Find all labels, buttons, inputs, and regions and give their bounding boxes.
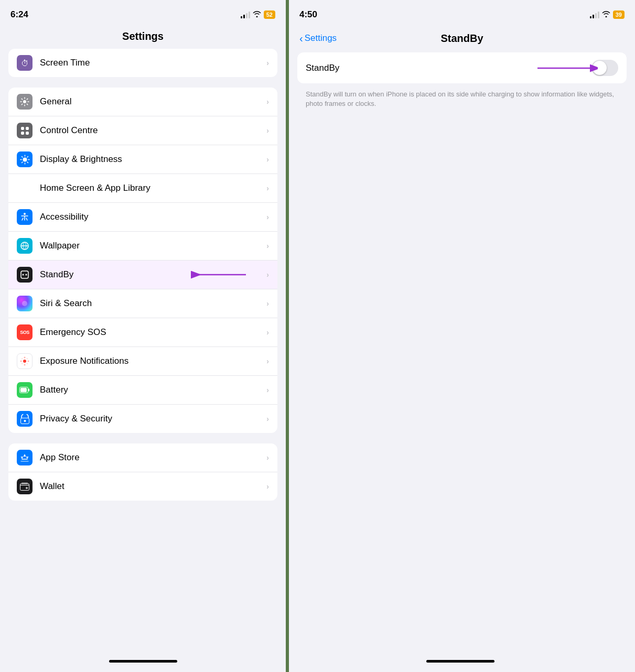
siri-icon	[17, 296, 33, 311]
display-icon	[17, 151, 33, 167]
back-label: Settings	[305, 33, 337, 44]
right-home-indicator	[426, 660, 494, 663]
wallet-label: Wallet	[40, 481, 266, 492]
svg-point-21	[23, 360, 26, 363]
right-signal-icon	[590, 12, 599, 18]
svg-rect-16	[21, 271, 28, 278]
accessibility-label: Accessibility	[40, 212, 266, 222]
wallet-icon	[17, 479, 33, 494]
svg-rect-32	[20, 388, 27, 392]
right-status-icons: 39	[590, 10, 625, 19]
left-time: 6:24	[10, 9, 28, 20]
svg-point-5	[23, 157, 27, 161]
standby-content: StandBy StandBy will turn on when iPhone…	[289, 52, 635, 115]
svg-rect-35	[20, 484, 29, 491]
left-panel: 6:24 52 Settings	[0, 0, 286, 672]
right-wifi-icon	[602, 10, 610, 19]
settings-row-siri[interactable]: Siri & Search ›	[8, 289, 277, 318]
settings-row-battery[interactable]: Battery ›	[8, 376, 277, 405]
standby-toggle-row: StandBy	[297, 52, 627, 83]
left-status-icons: 52	[241, 10, 275, 19]
left-battery-badge: 52	[264, 10, 275, 19]
svg-point-29	[27, 363, 28, 364]
settings-row-screen-time[interactable]: ⏱ Screen Time ›	[8, 49, 277, 77]
wallpaper-chevron: ›	[266, 242, 269, 250]
standby-toggle-group: StandBy	[297, 52, 627, 83]
general-icon	[17, 94, 33, 110]
siri-label: Siri & Search	[40, 298, 266, 309]
svg-rect-3	[21, 132, 24, 135]
settings-row-wallet[interactable]: Wallet ›	[8, 472, 277, 501]
screen-time-label: Screen Time	[40, 58, 266, 68]
settings-row-appstore[interactable]: App Store ›	[8, 443, 277, 472]
display-chevron: ›	[266, 155, 269, 164]
settings-list: ⏱ Screen Time › General ›	[0, 49, 286, 672]
svg-point-34	[24, 420, 26, 422]
svg-line-11	[27, 162, 28, 163]
screen-time-chevron: ›	[266, 59, 269, 67]
svg-line-13	[21, 162, 23, 163]
settings-row-accessibility[interactable]: Accessibility ›	[8, 203, 277, 232]
settings-row-general[interactable]: General ›	[8, 88, 277, 116]
settings-group-3: App Store › Wallet ›	[8, 443, 277, 501]
svg-point-18	[26, 274, 27, 276]
exposure-chevron: ›	[266, 357, 269, 365]
emergency-chevron: ›	[266, 328, 269, 337]
settings-group-1: ⏱ Screen Time ›	[8, 49, 277, 77]
settings-row-privacy[interactable]: Privacy & Security ›	[8, 405, 277, 433]
toggle-knob	[593, 61, 607, 75]
emergency-icon: SOS	[17, 324, 33, 340]
svg-rect-2	[26, 127, 29, 130]
svg-line-12	[27, 156, 28, 157]
standby-label: StandBy	[40, 269, 266, 280]
svg-point-14	[24, 213, 26, 215]
svg-point-37	[26, 487, 28, 489]
battery-chevron: ›	[266, 386, 269, 394]
settings-row-emergency[interactable]: SOS Emergency SOS ›	[8, 318, 277, 347]
right-arrow-annotation	[535, 60, 598, 76]
settings-row-wallpaper[interactable]: Wallpaper ›	[8, 232, 277, 261]
exposure-icon	[17, 353, 33, 369]
right-panel: 4:50 39 ‹ Settings StandBy	[289, 0, 635, 672]
right-status-bar: 4:50 39	[289, 0, 635, 26]
siri-chevron: ›	[266, 299, 269, 308]
svg-point-22	[24, 357, 26, 359]
standby-icon	[17, 267, 33, 283]
left-title-bar: Settings	[0, 26, 286, 49]
svg-point-24	[20, 361, 22, 362]
svg-point-25	[28, 361, 29, 362]
settings-row-control-centre[interactable]: Control Centre ›	[8, 116, 277, 145]
accessibility-icon	[17, 209, 33, 225]
accessibility-chevron: ›	[266, 213, 269, 221]
settings-row-display[interactable]: Display & Brightness ›	[8, 145, 277, 174]
appstore-chevron: ›	[266, 453, 269, 462]
screen-time-icon: ⏱	[17, 55, 33, 71]
right-title-bar: ‹ Settings StandBy	[289, 26, 635, 52]
emergency-label: Emergency SOS	[40, 327, 266, 338]
standby-toggle-label: StandBy	[306, 63, 339, 73]
wallpaper-label: Wallpaper	[40, 241, 266, 251]
svg-point-20	[22, 301, 27, 306]
settings-row-standby[interactable]: StandBy ›	[8, 261, 277, 289]
battery-label: Battery	[40, 385, 266, 395]
right-home-indicator-bar	[286, 651, 635, 672]
general-label: General	[40, 96, 266, 107]
standby-toggle-switch[interactable]	[591, 60, 618, 76]
svg-point-0	[23, 100, 26, 103]
settings-row-exposure[interactable]: Exposure Notifications ›	[8, 347, 277, 376]
wallpaper-icon	[17, 238, 33, 254]
svg-point-17	[23, 274, 24, 276]
display-label: Display & Brightness	[40, 154, 266, 165]
left-home-indicator-bar	[0, 651, 286, 672]
left-home-indicator	[109, 660, 177, 663]
svg-point-26	[21, 358, 23, 359]
svg-point-28	[21, 363, 23, 364]
exposure-label: Exposure Notifications	[40, 356, 266, 366]
right-battery-badge: 39	[613, 10, 625, 19]
back-button[interactable]: ‹ Settings	[299, 33, 337, 44]
settings-group-2: General › Control Centre ›	[8, 88, 277, 433]
svg-rect-1	[21, 127, 24, 130]
settings-row-home-screen[interactable]: Home Screen & App Library ›	[8, 174, 277, 203]
battery-icon	[17, 382, 33, 398]
right-page-title: StandBy	[440, 32, 483, 45]
